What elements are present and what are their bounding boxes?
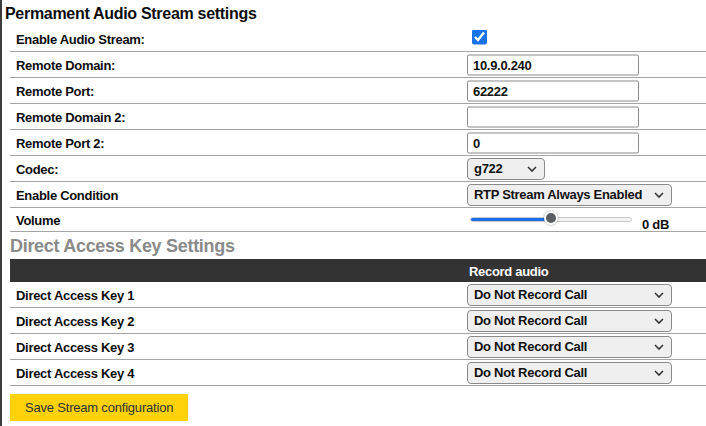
form-row-enable-condition: Enable Condition RTP Stream Always Enabl… — [10, 182, 706, 208]
record-audio-column-header: Record audio — [469, 263, 548, 278]
codec-label: Codec: — [16, 161, 58, 176]
form-row-enable-audio-stream: Enable Audio Stream: — [10, 27, 706, 52]
enable-condition-label: Enable Condition — [16, 187, 118, 202]
remote-domain-input[interactable] — [467, 54, 639, 75]
remote-domain-label: Remote Domain: — [16, 57, 115, 72]
remote-domain-2-input[interactable] — [467, 106, 639, 127]
volume-slider[interactable] — [470, 212, 632, 228]
table-row-key-2: Direct Access Key 2 Do Not Record Call — [10, 308, 706, 334]
save-stream-configuration-button[interactable]: Save Stream configuration — [10, 394, 188, 421]
form-row-remote-domain: Remote Domain: — [10, 52, 706, 78]
form-row-codec: Codec: g722 — [10, 156, 706, 182]
direct-access-key-4-label: Direct Access Key 4 — [16, 365, 134, 380]
remote-port-label: Remote Port: — [16, 83, 94, 98]
table-row-key-1: Direct Access Key 1 Do Not Record Call — [10, 282, 706, 308]
enable-audio-stream-label: Enable Audio Stream: — [16, 32, 145, 47]
codec-select[interactable]: g722 — [467, 158, 545, 180]
form-row-remote-domain-2: Remote Domain 2: — [10, 104, 706, 130]
settings-page: Permament Audio Stream settings Enable A… — [0, 0, 706, 426]
record-audio-select-3[interactable]: Do Not Record Call — [467, 336, 672, 358]
remote-port-2-input[interactable] — [467, 132, 639, 153]
enable-audio-stream-checkbox[interactable] — [472, 30, 487, 45]
volume-label: Volume — [16, 212, 60, 227]
direct-access-key-3-label: Direct Access Key 3 — [16, 339, 134, 354]
section-title-direct-access: Direct Access Key Settings — [2, 232, 706, 259]
form-row-volume: Volume 0 dB — [10, 208, 706, 232]
table-row-key-4: Direct Access Key 4 Do Not Record Call — [10, 360, 706, 386]
direct-access-key-1-label: Direct Access Key 1 — [16, 287, 134, 302]
volume-value: 0 dB — [642, 217, 669, 232]
record-audio-select-1[interactable]: Do Not Record Call — [467, 284, 672, 306]
table-row-key-3: Direct Access Key 3 Do Not Record Call — [10, 334, 706, 360]
record-audio-select-4[interactable]: Do Not Record Call — [467, 362, 672, 384]
form-row-remote-port: Remote Port: — [10, 78, 706, 104]
remote-port-2-label: Remote Port 2: — [16, 135, 104, 150]
remote-domain-2-label: Remote Domain 2: — [16, 109, 125, 124]
remote-port-input[interactable] — [467, 80, 639, 101]
direct-access-key-2-label: Direct Access Key 2 — [16, 313, 134, 328]
record-audio-select-2[interactable]: Do Not Record Call — [467, 310, 672, 332]
enable-condition-select[interactable]: RTP Stream Always Enabled — [467, 184, 672, 206]
form-row-remote-port-2: Remote Port 2: — [10, 130, 706, 156]
table-header: Record audio — [10, 259, 706, 282]
page-title: Permament Audio Stream settings — [2, 0, 706, 27]
